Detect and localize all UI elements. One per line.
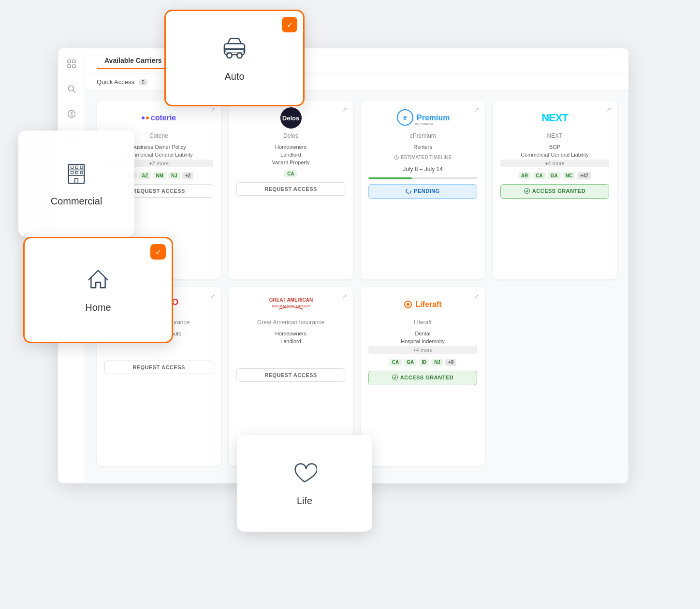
sidebar-dollar-icon[interactable]: $: [64, 106, 79, 122]
delos-logo: Delos: [236, 108, 345, 128]
quick-access-label: Quick Access: [97, 78, 134, 86]
liferaft-access-granted-button[interactable]: ACCESS GRANTED: [368, 371, 477, 385]
svg-rect-2: [68, 65, 71, 68]
great-american-logo: GREAT AMERICAN INSURANCE GROUP: [236, 295, 345, 314]
delos-request-access-button[interactable]: REQUEST ACCESS: [236, 182, 345, 196]
next-logo: NEXT: [500, 108, 609, 128]
epremium-products: Renters: [368, 144, 477, 150]
epremium-timeline-label: ESTIMATED TIMELINE: [368, 155, 477, 161]
life-label: Life: [297, 495, 312, 507]
svg-rect-34: [80, 166, 83, 168]
carrier-card-next: ↗ NEXT NEXT BOP Commercial General Liabi…: [493, 101, 617, 279]
liferaft-logo: Liferaft: [368, 295, 477, 314]
sidebar-search-icon[interactable]: [64, 81, 79, 97]
svg-line-5: [73, 91, 75, 93]
liferaft-name: Liferaft: [368, 319, 477, 326]
svg-point-4: [68, 86, 73, 91]
epremium-progress-fill: [368, 177, 412, 179]
commercial-label: Commercial: [51, 196, 102, 207]
auto-check-badge: ✓: [282, 17, 297, 32]
next-products: BOP Commercial General Liability +4 more: [500, 144, 609, 167]
svg-rect-35: [71, 172, 73, 174]
svg-text:GREAT AMERICAN: GREAT AMERICAN: [269, 297, 313, 303]
category-card-auto[interactable]: ✓ Auto: [164, 10, 305, 106]
coterie-logo: coterie: [104, 108, 213, 128]
svg-text:e: e: [403, 114, 407, 121]
svg-rect-37: [80, 172, 83, 174]
svg-rect-27: [225, 49, 244, 52]
category-card-life[interactable]: Life: [237, 435, 372, 532]
epremium-progress-bar: [368, 177, 477, 179]
great-american-products: Homeowners Landlord: [236, 331, 345, 344]
carrier-card-epremium: ↗ e Premium by Inhabit ePremium: [361, 101, 485, 279]
delos-name: Delos: [236, 132, 345, 139]
external-link-icon[interactable]: ↗: [342, 106, 347, 113]
category-card-home[interactable]: ✓ Home: [23, 237, 173, 343]
svg-point-22: [392, 375, 397, 380]
delos-products: Homeowners Landlord Vacant Property: [236, 144, 345, 165]
auto-icon: [221, 34, 248, 65]
epremium-pending-button[interactable]: PENDING: [368, 184, 477, 199]
life-icon: [292, 461, 317, 490]
great-american-request-access-button[interactable]: REQUEST ACCESS: [236, 368, 345, 382]
external-link-icon[interactable]: ↗: [342, 293, 347, 300]
svg-point-24: [227, 53, 232, 58]
svg-line-15: [396, 158, 397, 159]
quick-access-count: 5: [138, 79, 148, 86]
carrier-card-delos: ↗ Delos Delos Homeowners Landlord Vacant…: [229, 101, 353, 279]
epremium-logo: e Premium by Inhabit: [368, 108, 477, 128]
svg-rect-33: [75, 166, 78, 168]
svg-rect-3: [73, 65, 75, 68]
auto-label: Auto: [224, 71, 244, 82]
external-link-icon[interactable]: ↗: [210, 293, 215, 300]
svg-text:INSURANCE GROUP: INSURANCE GROUP: [272, 304, 310, 308]
gainsco-request-access-button[interactable]: REQUEST ACCESS: [104, 361, 213, 374]
external-link-icon[interactable]: ↗: [474, 106, 479, 113]
svg-rect-0: [68, 60, 71, 63]
svg-point-21: [407, 303, 409, 306]
svg-point-25: [237, 53, 242, 58]
epremium-timeline-dates: July 8 – July 14: [368, 166, 477, 173]
external-link-icon[interactable]: ↗: [606, 106, 611, 113]
sidebar-grid-icon[interactable]: [64, 56, 79, 72]
next-states: AR CA GA NC +47: [500, 172, 609, 179]
next-access-granted-button[interactable]: ACCESS GRANTED: [500, 184, 609, 199]
carrier-card-liferaft: ↗ Liferaft Liferaft Dental Ho: [361, 287, 485, 466]
external-link-icon[interactable]: ↗: [210, 106, 215, 113]
svg-text:$: $: [70, 112, 73, 117]
commercial-icon: [64, 160, 89, 190]
delos-states: CA: [236, 170, 345, 177]
home-icon: [86, 267, 111, 296]
liferaft-products: Dental Hospital Indemnity +4 more: [368, 331, 477, 354]
next-name: NEXT: [500, 132, 609, 139]
home-check-badge: ✓: [150, 244, 166, 260]
svg-rect-31: [75, 178, 78, 183]
epremium-name: ePremium: [368, 132, 477, 139]
svg-point-16: [406, 188, 411, 193]
svg-text:Premium: Premium: [417, 114, 450, 122]
svg-rect-36: [75, 172, 78, 174]
great-american-name: Great American Insurance: [236, 319, 345, 326]
external-link-icon[interactable]: ↗: [474, 293, 479, 300]
svg-text:by Inhabit: by Inhabit: [415, 122, 433, 126]
svg-rect-1: [73, 60, 75, 63]
svg-rect-32: [71, 166, 73, 168]
svg-point-17: [524, 188, 529, 194]
home-label: Home: [85, 302, 111, 313]
scene: $ Available Carriers: [0, 0, 700, 609]
liferaft-states: CA GA ID NJ +9: [368, 359, 477, 366]
category-card-commercial[interactable]: Commercial: [18, 130, 134, 237]
